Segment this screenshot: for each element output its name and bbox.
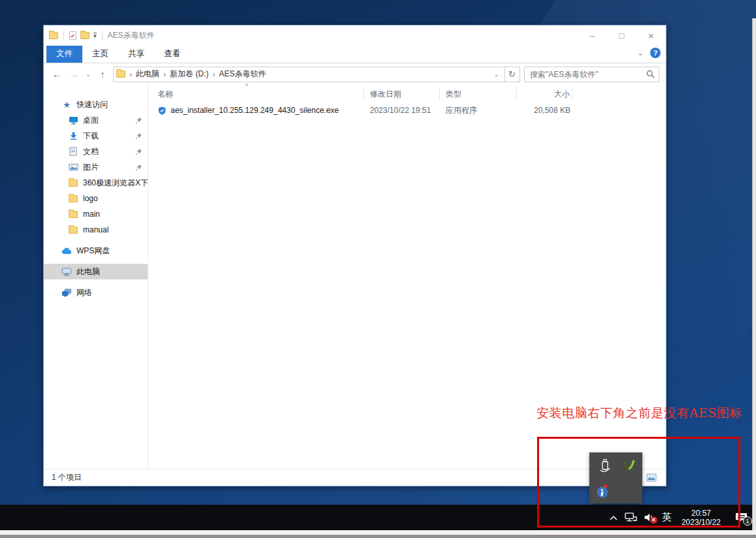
sidebar-item-label: 文档 (83, 146, 99, 157)
file-name-cell[interactable]: aes_installer_10.255.129.249_4430_silenc… (148, 106, 364, 116)
large-icons-view-button[interactable] (645, 472, 658, 484)
column-header-size[interactable]: 大小 (517, 87, 573, 101)
folder-icon (67, 227, 79, 234)
show-hidden-icons-chevron-icon[interactable] (609, 514, 618, 521)
sidebar-item-network[interactable]: 网络 (44, 285, 148, 300)
document-icon (67, 147, 79, 156)
tab-view[interactable]: 查看 (154, 46, 190, 63)
address-dropdown-chevron-icon[interactable]: ⌄ (491, 71, 502, 78)
file-type-cell: 应用程序 (440, 105, 517, 116)
back-icon[interactable]: ← (50, 69, 63, 80)
column-header-type[interactable]: 类型 (440, 87, 517, 101)
network-icon (61, 289, 73, 297)
annotation-text: 安装电脑右下角之前是没有AES图标 (536, 405, 744, 422)
tab-home[interactable]: 主页 (82, 46, 118, 63)
help-icon[interactable]: ? (650, 48, 661, 58)
sidebar-item-label: 360极速浏览器X下载 (83, 178, 148, 189)
download-icon (67, 131, 79, 140)
breadcrumb-drive-d[interactable]: 新加卷 (D:) (170, 69, 208, 80)
sort-ascending-icon: ^ (245, 83, 248, 90)
sidebar-item-manual[interactable]: manual (44, 222, 148, 238)
green-swoosh-icon[interactable] (621, 458, 636, 477)
file-name: aes_installer_10.255.129.249_4430_silenc… (171, 106, 339, 115)
sidebar-item-360-browser-downloads[interactable]: 360极速浏览器X下载 (44, 175, 148, 191)
sidebar-item-label: main (83, 210, 100, 219)
window-title: AES杀毒软件 (108, 30, 155, 41)
collapse-ribbon-chevron-icon[interactable]: ⌄ (637, 50, 644, 56)
column-header-name[interactable]: 名称 (148, 87, 364, 101)
cloud-icon (61, 247, 73, 255)
sidebar-item-documents[interactable]: 文档 (44, 144, 148, 159)
column-header-row: ^ 名称 修改日期 类型 大小 (148, 85, 666, 103)
notification-badge: 1 (743, 516, 752, 526)
sidebar-item-wps-cloud[interactable]: WPS网盘 (44, 243, 148, 259)
new-folder-icon[interactable] (80, 32, 90, 39)
ribbon-right-controls: ⌄ ? (637, 48, 661, 58)
search-input[interactable] (529, 69, 646, 80)
separator (102, 31, 103, 40)
computer-icon (61, 268, 73, 276)
network-tray-icon[interactable] (624, 512, 638, 523)
breadcrumb-separator: › (128, 70, 133, 79)
search-icon[interactable] (646, 70, 655, 78)
column-header-modified[interactable]: 修改日期 (364, 87, 440, 101)
folder-icon (67, 195, 79, 202)
taskbar-clock[interactable]: 20:57 2023/10/22 (679, 509, 723, 527)
close-button[interactable]: × (636, 25, 666, 45)
sidebar-item-downloads[interactable]: 下载 (44, 128, 148, 144)
sidebar-item-label: WPS网盘 (76, 245, 110, 257)
maximize-button[interactable]: □ (607, 25, 636, 45)
bottom-edge-strip (0, 530, 756, 535)
forward-icon[interactable]: → (67, 69, 80, 80)
folder-icon (67, 211, 79, 218)
sidebar-item-pictures[interactable]: 图片 (44, 159, 148, 175)
breadcrumb-this-pc[interactable]: 此电脑 (136, 69, 159, 80)
action-center-icon[interactable]: 1 (734, 512, 748, 523)
shield-installer-icon (157, 106, 167, 116)
window-controls: – □ × (578, 25, 666, 45)
sidebar-item-main[interactable]: main (44, 206, 148, 222)
search-box (524, 67, 659, 82)
sidebar-item-label: 网络 (76, 287, 92, 298)
sidebar-item-label: manual (83, 225, 108, 234)
right-edge-scrollbar[interactable] (752, 18, 756, 530)
status-bar: 1 个项目 (44, 469, 666, 486)
tab-share[interactable]: 共享 (118, 46, 154, 63)
folder-icon[interactable] (49, 32, 58, 39)
sidebar-item-label: 下载 (83, 131, 99, 142)
tab-file[interactable]: 文件 (46, 46, 82, 63)
usb-eject-icon[interactable] (598, 458, 612, 477)
customize-qat-chevron-icon[interactable]: ▾ (93, 33, 97, 39)
sidebar-item-desktop[interactable]: 桌面 (44, 112, 148, 128)
file-row[interactable]: aes_installer_10.255.129.249_4430_silenc… (148, 103, 666, 118)
breadcrumb-separator: › (211, 70, 216, 79)
taskbar: ✕ 英 20:57 2023/10/22 1 (0, 505, 756, 530)
sidebar-item-logo[interactable]: logo (44, 191, 148, 206)
recent-locations-chevron-icon[interactable]: ⌄ (84, 71, 92, 78)
refresh-icon[interactable]: ↻ (504, 67, 520, 82)
volume-muted-tray-icon[interactable]: ✕ (644, 513, 655, 522)
sidebar-item-label: 此电脑 (76, 266, 100, 277)
minimize-button[interactable]: – (578, 25, 607, 45)
pin-icon (135, 133, 142, 140)
ime-indicator[interactable]: 英 (661, 511, 673, 524)
volume-muted-badge: ✕ (650, 516, 657, 524)
quick-access-toolbar: ✓ ▾ (49, 31, 104, 40)
properties-icon[interactable]: ✓ (69, 31, 76, 40)
up-icon[interactable]: ↑ (96, 69, 109, 80)
sidebar-item-this-pc[interactable]: 此电脑 (44, 264, 148, 279)
breadcrumb[interactable]: › 此电脑 › 新加卷 (D:) › AES杀毒软件 ⌄ (113, 67, 505, 82)
title-bar: ✓ ▾ AES杀毒软件 – □ × (44, 25, 666, 45)
breadcrumb-separator: › (162, 70, 167, 79)
star-icon: ★ (61, 100, 73, 110)
ribbon-tab-bar: 文件 主页 共享 查看 ⌄ ? (44, 45, 666, 63)
pictures-icon (67, 163, 79, 171)
tray-overflow-popup (589, 452, 642, 503)
sidebar-item-quick-access[interactable]: ★ 快速访问 (44, 97, 148, 112)
bottom-edge-strip-dark (0, 535, 756, 538)
sidebar-item-label: 桌面 (83, 115, 99, 126)
sidebar-item-label: 快速访问 (76, 99, 108, 110)
info-sphere-icon[interactable] (596, 484, 610, 502)
clock-time: 20:57 (691, 509, 711, 518)
breadcrumb-current-folder[interactable]: AES杀毒软件 (219, 69, 266, 80)
